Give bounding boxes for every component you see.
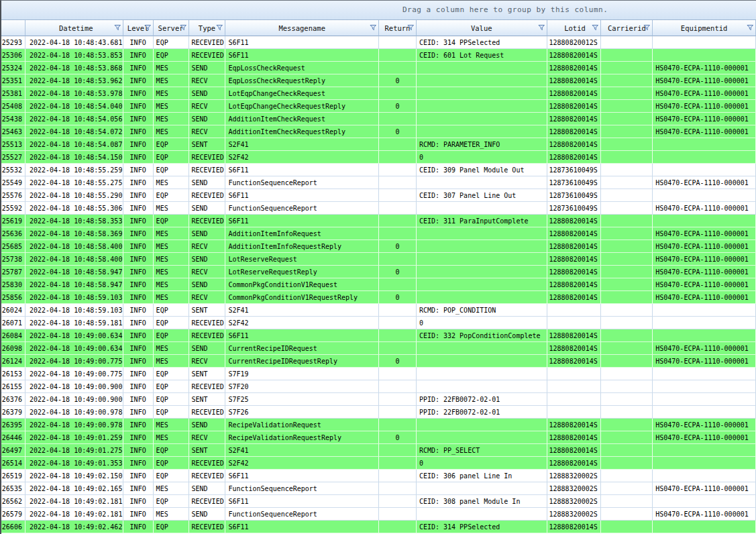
column-header-type[interactable]: Type bbox=[189, 20, 226, 36]
filter-icon[interactable] bbox=[643, 24, 651, 32]
filter-icon[interactable] bbox=[747, 24, 754, 32]
cell-server: MES bbox=[154, 113, 189, 125]
table-row[interactable]: 256192022-04-18 10:48:58.353INFOEQPRECEV… bbox=[1, 215, 756, 227]
cell-datetime: 2022-04-18 10:49:00.978 bbox=[25, 406, 123, 419]
table-row[interactable]: 263952022-04-18 10:49:00.978INFOMESSENDR… bbox=[1, 419, 756, 431]
filter-icon[interactable] bbox=[144, 24, 152, 32]
table-row[interactable]: 256852022-04-18 10:48:58.400INFOMESRECVA… bbox=[1, 240, 756, 253]
cell-carrierid bbox=[601, 508, 653, 521]
table-row[interactable]: 260982022-04-18 10:49:00.634INFOMESSENDC… bbox=[1, 342, 756, 355]
cell-return: 0 bbox=[379, 125, 417, 138]
table-row[interactable]: 258562022-04-18 10:48:59.103INFOMESRECVC… bbox=[1, 291, 756, 304]
table-row[interactable]: 253242022-04-18 10:48:53.868INFOMESSENDE… bbox=[1, 62, 756, 74]
cell-messagename: S7F25 bbox=[225, 393, 379, 406]
cell-return: 0 bbox=[379, 431, 417, 444]
filter-icon[interactable] bbox=[370, 24, 377, 32]
column-header-datetime[interactable]: Datetime bbox=[25, 20, 123, 36]
cell-lotid: 12880820014S bbox=[547, 419, 602, 431]
table-row[interactable]: 257382022-04-18 10:48:58.400INFOMESSENDL… bbox=[1, 253, 756, 266]
table-row[interactable]: 255322022-04-18 10:48:55.259INFOEQPRECEV… bbox=[1, 164, 756, 176]
column-header-server[interactable]: Server bbox=[154, 20, 189, 36]
cell-return bbox=[379, 482, 417, 495]
table-row[interactable]: 265792022-04-18 10:49:02.181INFOMESSENDF… bbox=[1, 508, 756, 521]
table-row[interactable]: 264462022-04-18 10:49:01.259INFOMESRECVR… bbox=[1, 431, 756, 444]
cell-return: 0 bbox=[379, 74, 417, 87]
table-row[interactable]: 260712022-04-18 10:48:59.181INFOEQPRECEV… bbox=[1, 317, 756, 329]
cell-return bbox=[379, 470, 417, 482]
filter-icon[interactable] bbox=[407, 24, 415, 32]
cell-carrierid bbox=[601, 419, 653, 431]
column-header-carrierid[interactable]: Carrierid bbox=[601, 20, 653, 36]
table-row[interactable]: 253062022-04-18 10:48:53.853INFOEQPRECEV… bbox=[1, 49, 756, 62]
filter-icon[interactable] bbox=[114, 24, 121, 32]
table-row[interactable]: 264972022-04-18 10:49:01.275INFOEQPSENTS… bbox=[1, 444, 756, 457]
table-row[interactable]: 257872022-04-18 10:48:58.947INFOMESRECVL… bbox=[1, 266, 756, 278]
cell-type: SENT bbox=[189, 304, 226, 317]
column-header-messagename[interactable]: Messagename bbox=[225, 20, 379, 36]
cell-server: MES bbox=[154, 125, 189, 138]
cell-type: RECEVIED bbox=[189, 521, 226, 533]
table-row[interactable]: 253812022-04-18 10:48:53.978INFOMESSENDL… bbox=[1, 87, 756, 100]
table-row[interactable]: 265142022-04-18 10:49:01.353INFOEQPRECEV… bbox=[1, 457, 756, 470]
cell-messagename: S6F11 bbox=[225, 189, 379, 202]
filter-icon[interactable] bbox=[180, 24, 187, 32]
column-header-label: Carrierid bbox=[608, 24, 646, 32]
table-row[interactable]: 258302022-04-18 10:48:58.947INFOMESSENDC… bbox=[1, 278, 756, 291]
cell-level: INFO bbox=[123, 380, 154, 393]
cell-row_no: 26024 bbox=[1, 304, 25, 317]
column-header-lotid[interactable]: Lotid bbox=[547, 20, 602, 36]
table-row[interactable]: 263792022-04-18 10:49:00.978INFOEQPRECEV… bbox=[1, 406, 756, 419]
table-row[interactable]: 265352022-04-18 10:49:02.165INFOMESSENDF… bbox=[1, 482, 756, 495]
cell-lotid: 12880820014S bbox=[547, 521, 602, 533]
filter-icon[interactable] bbox=[216, 24, 223, 32]
column-header-row_no[interactable] bbox=[1, 20, 25, 36]
table-row[interactable]: 254632022-04-18 10:48:54.072INFOMESRECVA… bbox=[1, 125, 756, 138]
cell-equipmentid: HS0470-ECPA-1110-000001 bbox=[653, 508, 756, 521]
cell-type: SEND bbox=[189, 253, 226, 266]
cell-server: MES bbox=[154, 419, 189, 431]
table-row[interactable]: 265192022-04-18 10:49:02.150INFOEQPRECEV… bbox=[1, 470, 756, 482]
table-row[interactable]: 256362022-04-18 10:48:58.369INFOMESSENDA… bbox=[1, 227, 756, 240]
table-row[interactable]: 263762022-04-18 10:49:00.900INFOEQPSENTS… bbox=[1, 393, 756, 406]
column-header-level[interactable]: Level bbox=[123, 20, 154, 36]
table-row[interactable]: 266062022-04-18 10:49:02.462INFOEQPRECEV… bbox=[1, 521, 756, 533]
cell-carrierid bbox=[601, 317, 653, 329]
table-row[interactable]: 261552022-04-18 10:49:00.900INFOEQPRECEV… bbox=[1, 380, 756, 393]
group-by-bar[interactable]: Drag a column here to group by this colu… bbox=[1, 1, 756, 20]
table-row[interactable]: 260842022-04-18 10:49:00.634INFOEQPRECEV… bbox=[1, 329, 756, 342]
cell-value: PPID: 22FB0072-02-01 bbox=[417, 393, 547, 406]
table-row[interactable]: 260242022-04-18 10:48:59.103INFOEQPSENTS… bbox=[1, 304, 756, 317]
cell-row_no: 25513 bbox=[1, 138, 25, 151]
table-row[interactable]: 255132022-04-18 10:48:54.087INFOEQPSENTS… bbox=[1, 138, 756, 151]
table-row[interactable]: 255492022-04-18 10:48:55.275INFOMESSENDF… bbox=[1, 176, 756, 189]
cell-carrierid bbox=[601, 482, 653, 495]
column-header-label: Value bbox=[471, 24, 492, 32]
table-row[interactable]: 252932022-04-18 10:48:43.681INFOEQPRECEV… bbox=[1, 36, 756, 49]
filter-icon[interactable] bbox=[538, 24, 545, 32]
filter-icon[interactable] bbox=[592, 24, 599, 32]
cell-level: INFO bbox=[123, 393, 154, 406]
table-row[interactable]: 253512022-04-18 10:48:53.962INFOMESRECVE… bbox=[1, 74, 756, 87]
cell-type: RECEVIED bbox=[189, 164, 226, 176]
column-header-return[interactable]: Return bbox=[379, 20, 417, 36]
cell-value: RCMD: PP_SELECT bbox=[417, 444, 547, 457]
cell-messagename: CurrentRecipeIDRequest bbox=[225, 342, 379, 355]
table-row[interactable]: 254082022-04-18 10:48:54.040INFOMESRECVL… bbox=[1, 100, 756, 113]
table-row[interactable]: 255762022-04-18 10:48:55.290INFOEQPRECEV… bbox=[1, 189, 756, 202]
cell-equipmentid: HS0470-ECPA-1110-000001 bbox=[653, 482, 756, 495]
table-row[interactable]: 254382022-04-18 10:48:54.056INFOMESSENDA… bbox=[1, 113, 756, 125]
column-header-value[interactable]: Value bbox=[417, 20, 547, 36]
cell-type: SENT bbox=[189, 444, 226, 457]
table-row[interactable]: 255272022-04-18 10:48:54.150INFOEQPRECEV… bbox=[1, 151, 756, 164]
cell-messagename: S2F42 bbox=[225, 151, 379, 164]
cell-level: INFO bbox=[123, 49, 154, 62]
cell-lotid: 12873610049S bbox=[547, 176, 602, 189]
table-row[interactable]: 255922022-04-18 10:48:55.306INFOMESSENDF… bbox=[1, 202, 756, 215]
log-grid: Drag a column here to group by this colu… bbox=[0, 0, 756, 534]
table-row[interactable]: 261242022-04-18 10:49:00.775INFOMESRECVC… bbox=[1, 355, 756, 368]
table-row[interactable]: 265622022-04-18 10:49:02.181INFOEQPRECEV… bbox=[1, 495, 756, 508]
column-header-equipmentid[interactable]: Equipmentid bbox=[653, 20, 756, 36]
table-row[interactable]: 261532022-04-18 10:49:00.775INFOEQPSENTS… bbox=[1, 368, 756, 380]
cell-level: INFO bbox=[123, 253, 154, 266]
cell-return: 0 bbox=[379, 100, 417, 113]
